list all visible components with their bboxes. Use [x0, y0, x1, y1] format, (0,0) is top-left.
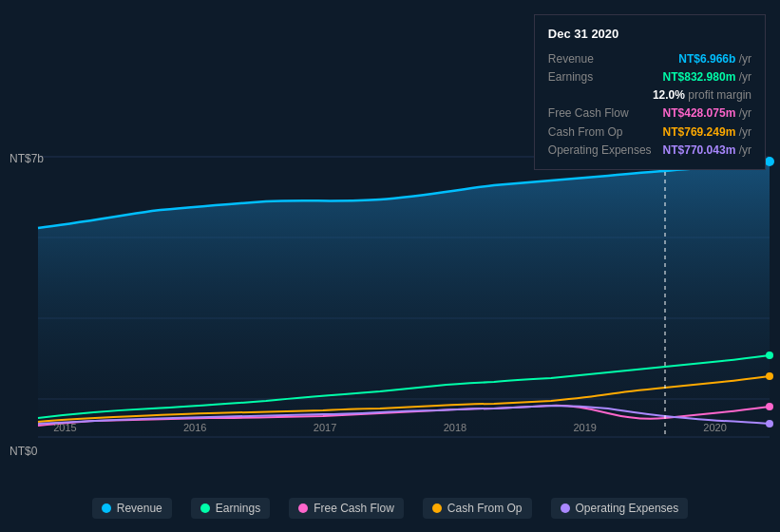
legend-dot-fcf	[298, 504, 308, 513]
tooltip-value-earnings: NT$832.980m /yr	[663, 68, 751, 86]
tooltip-label-fcf: Free Cash Flow	[548, 104, 629, 123]
fcf-dot	[766, 403, 773, 410]
legend-dot-earnings	[200, 504, 210, 513]
tooltip-value-opex: NT$770.043m /yr	[663, 142, 751, 160]
x-label-2016: 2016	[183, 422, 206, 433]
legend-label-fcf: Free Cash Flow	[314, 502, 394, 515]
chart-container: NT$7b NT$0 2015 2016 2017 2018 2019 2020…	[0, 0, 780, 484]
tooltip: Dec 31 2020 Revenue NT$6.966b /yr Earnin…	[534, 14, 766, 170]
x-label-2018: 2018	[444, 422, 466, 433]
tooltip-value-cashop: NT$769.249m /yr	[663, 124, 751, 142]
legend-revenue[interactable]: Revenue	[92, 498, 172, 519]
tooltip-row-earnings: Earnings NT$832.980m /yr	[548, 68, 751, 86]
x-label-2019: 2019	[573, 422, 596, 433]
x-label-2020: 2020	[703, 422, 726, 433]
legend-earnings[interactable]: Earnings	[191, 498, 270, 519]
tooltip-row-opex: Operating Expenses NT$770.043m /yr	[548, 142, 751, 160]
tooltip-row-margin: 12.0% profit margin	[548, 86, 751, 104]
x-axis-labels: 2015 2016 2017 2018 2019 2020	[0, 418, 780, 437]
y-label-bottom: NT$0	[10, 445, 37, 458]
tooltip-label-cashop: Cash From Op	[548, 124, 623, 142]
legend-label-revenue: Revenue	[117, 502, 162, 515]
x-label-2017: 2017	[314, 422, 336, 433]
legend-label-cashop: Cash From Op	[447, 502, 523, 515]
legend-dot-revenue	[102, 504, 111, 513]
tooltip-label-opex: Operating Expenses	[548, 142, 652, 160]
x-label-2015: 2015	[53, 422, 76, 433]
legend-cashop[interactable]: Cash From Op	[423, 498, 532, 519]
tooltip-value-fcf: NT$428.075m /yr	[663, 104, 751, 123]
tooltip-value-revenue: NT$6.966b /yr	[678, 50, 751, 68]
revenue-dot	[765, 157, 774, 166]
tooltip-row-fcf: Free Cash Flow NT$428.075m /yr	[548, 104, 751, 123]
tooltip-row-revenue: Revenue NT$6.966b /yr	[548, 50, 751, 68]
tooltip-label-revenue: Revenue	[548, 50, 594, 68]
legend-dot-cashop	[432, 504, 442, 513]
tooltip-label-earnings: Earnings	[548, 68, 593, 86]
legend: Revenue Earnings Free Cash Flow Cash Fro…	[0, 484, 780, 532]
legend-fcf[interactable]: Free Cash Flow	[289, 498, 404, 519]
legend-label-opex: Operating Expenses	[576, 502, 679, 515]
tooltip-value-margin: 12.0% profit margin	[653, 86, 751, 104]
y-label-top: NT$7b	[10, 152, 44, 165]
tooltip-title: Dec 31 2020	[548, 25, 751, 45]
legend-dot-opex	[561, 504, 570, 513]
cashop-dot	[766, 372, 773, 380]
legend-opex[interactable]: Operating Expenses	[551, 498, 689, 519]
tooltip-row-cashop: Cash From Op NT$769.249m /yr	[548, 124, 751, 142]
legend-label-earnings: Earnings	[216, 502, 260, 515]
earnings-dot	[766, 352, 773, 359]
